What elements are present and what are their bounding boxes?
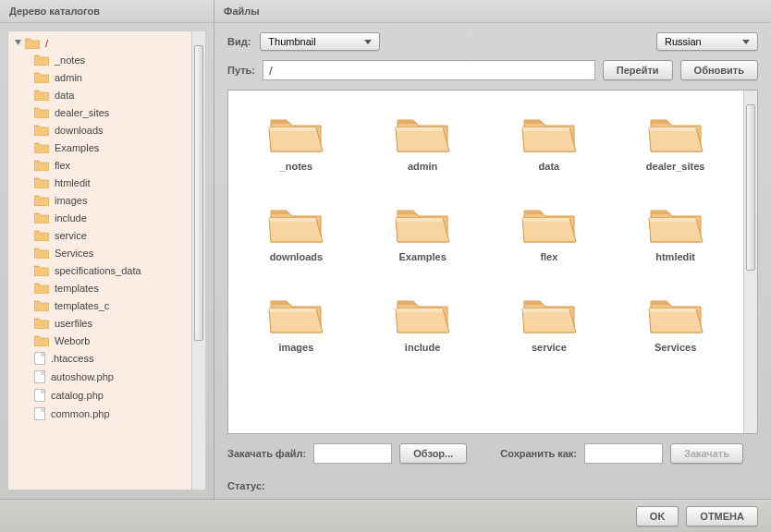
upload-label: Закачать файл: — [227, 448, 306, 459]
ok-button[interactable]: OK — [636, 506, 679, 526]
folder-item[interactable]: dealer_sites — [617, 109, 734, 172]
tree-scrollbar[interactable] — [191, 31, 205, 490]
folder-item[interactable]: Services — [617, 290, 734, 353]
folder-item-label: Examples — [398, 251, 446, 262]
folder-item-label: data — [539, 161, 560, 172]
folder-icon — [395, 200, 450, 244]
tree-scroll-thumb[interactable] — [194, 45, 203, 341]
folder-item-label: downloads — [270, 251, 323, 262]
tree-item[interactable]: data — [14, 86, 186, 103]
folder-icon — [34, 264, 49, 276]
view-select[interactable]: Thumbnail — [260, 32, 380, 51]
language-select[interactable]: Russian — [656, 32, 758, 51]
saveas-label: Сохранить как: — [500, 448, 577, 459]
folder-icon — [34, 54, 49, 66]
tree-item[interactable]: htmledit — [14, 174, 186, 191]
tree-item-label: service — [55, 230, 87, 241]
tree-item[interactable]: admin — [14, 68, 186, 86]
folder-icon — [34, 159, 49, 171]
saveas-input[interactable] — [584, 443, 663, 464]
cancel-button[interactable]: ОТМЕНА — [686, 506, 758, 526]
tree-item-label: data — [55, 90, 74, 101]
tree-item[interactable]: catalog.php — [14, 386, 186, 405]
files-grid[interactable]: _notesadmindatadealer_sitesdownloadsExam… — [228, 91, 743, 433]
file-icon — [34, 407, 45, 420]
tree-item-label: Examples — [55, 142, 99, 153]
tree-item[interactable]: flex — [14, 156, 186, 174]
folder-icon — [648, 200, 704, 244]
folder-item[interactable]: htmledit — [617, 200, 734, 262]
folder-item-label: images — [278, 342, 313, 353]
folder-item[interactable]: Examples — [364, 200, 482, 262]
tree-item-label: specifications_data — [55, 265, 141, 276]
folder-icon — [34, 194, 49, 206]
tree-header: Дерево каталогов — [0, 0, 214, 23]
folder-item[interactable]: flex — [491, 200, 608, 262]
file-icon — [34, 389, 45, 402]
folder-icon — [34, 299, 49, 311]
chevron-down-icon — [364, 40, 372, 44]
folder-icon — [34, 176, 49, 188]
folder-icon — [648, 109, 704, 153]
folder-icon — [34, 247, 49, 259]
tree-item[interactable]: common.php — [14, 405, 186, 423]
tree-item[interactable]: Services — [14, 244, 186, 261]
tree-item-label: htmledit — [55, 177, 91, 188]
tree-item-label: .htaccess — [51, 353, 93, 364]
folder-item-label: _notes — [280, 161, 312, 172]
tree-item[interactable]: include — [14, 209, 186, 226]
directory-tree[interactable]: / _notesadmindatadealer_sitesdownloadsEx… — [8, 31, 191, 490]
tree-item[interactable]: Weborb — [14, 332, 186, 349]
folder-icon — [395, 290, 450, 334]
go-button[interactable]: Перейти — [603, 60, 673, 80]
folder-item[interactable]: data — [491, 109, 608, 172]
tree-item[interactable]: service — [14, 226, 186, 244]
tree-item[interactable]: Examples — [14, 139, 186, 156]
files-scroll-thumb[interactable] — [746, 104, 755, 271]
folder-icon — [268, 290, 324, 334]
tree-item[interactable]: _notes — [14, 51, 186, 68]
folder-icon — [34, 124, 49, 136]
folder-item[interactable]: include — [364, 290, 482, 353]
tree-item-label: catalog.php — [51, 390, 104, 401]
tree-item[interactable]: templates — [14, 279, 186, 296]
folder-icon — [521, 109, 577, 153]
folder-icon — [521, 290, 577, 334]
folder-item[interactable]: admin — [364, 109, 482, 172]
view-label: Вид: — [227, 36, 251, 47]
tree-root-node[interactable]: / — [14, 35, 186, 51]
language-select-value: Russian — [665, 36, 702, 47]
folder-item[interactable]: service — [491, 290, 608, 353]
upload-file-input[interactable] — [313, 443, 392, 464]
folder-icon — [34, 334, 49, 346]
folder-item-label: service — [532, 342, 567, 353]
tree-item[interactable]: .htaccess — [14, 349, 186, 368]
refresh-button[interactable]: Обновить — [680, 60, 758, 80]
tree-item-label: Weborb — [55, 335, 90, 346]
tree-item-label: dealer_sites — [55, 107, 109, 118]
tree-item-label: templates_c — [55, 300, 109, 311]
folder-item-label: dealer_sites — [646, 161, 705, 172]
tree-root-label: / — [45, 38, 48, 49]
tree-item-label: include — [55, 212, 87, 224]
files-scrollbar[interactable] — [743, 91, 757, 433]
files-panel: Файлы Вид: Thumbnail Russian Путь: Перей… — [214, 0, 771, 499]
tree-panel: Дерево каталогов / _notesadmindatadealer… — [0, 0, 214, 499]
folder-item[interactable]: _notes — [238, 109, 355, 172]
folder-item-label: htmledit — [655, 251, 695, 262]
folder-item[interactable]: images — [238, 290, 355, 353]
browse-button[interactable]: Обзор... — [399, 443, 467, 464]
tree-item[interactable]: specifications_data — [14, 261, 186, 279]
tree-item[interactable]: downloads — [14, 121, 186, 139]
tree-item[interactable]: userfiles — [14, 314, 186, 332]
tree-item[interactable]: images — [14, 191, 186, 209]
upload-button[interactable]: Закачать — [670, 443, 743, 464]
tree-item[interactable]: templates_c — [14, 296, 186, 314]
tree-item-label: images — [55, 195, 87, 206]
folder-icon — [25, 37, 40, 49]
tree-item-label: admin — [55, 72, 82, 83]
folder-item[interactable]: downloads — [238, 200, 355, 262]
path-input[interactable] — [263, 60, 595, 80]
tree-item[interactable]: autoshow.php — [14, 368, 186, 386]
tree-item[interactable]: dealer_sites — [14, 103, 186, 121]
